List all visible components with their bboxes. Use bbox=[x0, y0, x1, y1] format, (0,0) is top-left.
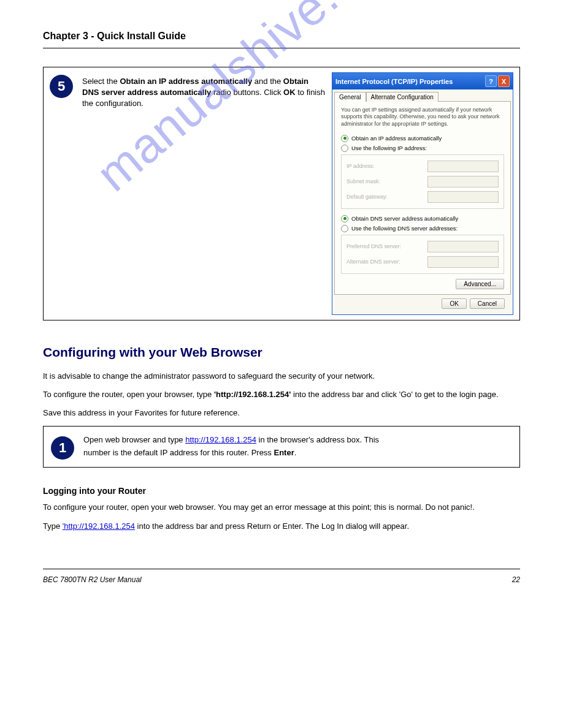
ip-input bbox=[427, 161, 499, 172]
radio-icon bbox=[341, 135, 348, 142]
alt-dns-input bbox=[427, 256, 499, 268]
login-url-link[interactable]: 'http://192.168.1.254 bbox=[63, 521, 135, 531]
radio-use-dns[interactable]: Use the following DNS server addresses: bbox=[341, 224, 504, 233]
field-ip: IP address: bbox=[347, 159, 499, 174]
field-gateway: Default gateway: bbox=[347, 189, 499, 205]
login-heading: Logging into your Router bbox=[43, 486, 520, 496]
dialog-tabs: General Alternate Configuration bbox=[334, 91, 511, 101]
step-1-badge: 1 bbox=[51, 436, 74, 460]
t: number is the default IP address for thi… bbox=[83, 448, 274, 457]
radio-obtain-dns[interactable]: Obtain DNS server address automatically bbox=[341, 214, 504, 224]
field-alt-dns: Alternate DNS server: bbox=[347, 254, 499, 270]
dialog-body: General Alternate Configuration You can … bbox=[332, 89, 513, 314]
t: Open web browser and type bbox=[83, 435, 185, 444]
radio-label: Use the following IP address: bbox=[351, 145, 427, 151]
t: into the address bar and press Return or… bbox=[135, 521, 409, 531]
dialog-screenshot: Internet Protocol (TCP/IP) Properties ? … bbox=[332, 72, 513, 315]
t: into the address bar and click 'Go' to g… bbox=[291, 390, 498, 399]
page-footer: BEC 7800TN R2 User Manual 22 bbox=[43, 575, 520, 584]
ip-fields: IP address: Subnet mask: Default gateway… bbox=[341, 154, 504, 209]
field-pref-dns: Preferred DNS server: bbox=[347, 239, 499, 254]
t: Type bbox=[43, 521, 63, 531]
step-1-text: Open web browser and type http://192.168… bbox=[83, 434, 379, 460]
field-label: Preferred DNS server: bbox=[347, 243, 401, 249]
radio-label: Use the following DNS server addresses: bbox=[351, 225, 458, 232]
dialog-desc: You can get IP settings assigned automat… bbox=[341, 107, 504, 127]
dialog-titlebar: Internet Protocol (TCP/IP) Properties ? … bbox=[332, 73, 513, 89]
radio-use-ip[interactable]: Use the following IP address: bbox=[341, 143, 504, 153]
t: Select the bbox=[82, 77, 120, 86]
t: . bbox=[294, 448, 297, 457]
mask-input bbox=[427, 176, 499, 188]
field-label: Default gateway: bbox=[347, 194, 388, 200]
step-5-box: 5 Select the Obtain an IP address automa… bbox=[43, 67, 520, 320]
cfg-url: 'http://192.168.1.254' bbox=[214, 390, 291, 399]
radio-obtain-ip[interactable]: Obtain an IP address automatically bbox=[341, 134, 504, 143]
help-icon[interactable]: ? bbox=[485, 75, 497, 87]
radio-icon bbox=[341, 225, 348, 232]
tab-general[interactable]: General bbox=[334, 92, 366, 102]
cancel-button[interactable]: Cancel bbox=[470, 298, 505, 309]
login-p2: Type 'http://192.168.1.254 into the addr… bbox=[43, 521, 520, 532]
step-5-badge: 5 bbox=[50, 75, 73, 98]
header-rule bbox=[43, 48, 520, 48]
radio-icon bbox=[341, 145, 348, 152]
t: radio buttons. Click bbox=[211, 88, 283, 97]
b: Enter bbox=[274, 448, 294, 457]
advanced-row: Advanced... bbox=[341, 275, 504, 289]
ok-button[interactable]: OK bbox=[442, 298, 466, 309]
page-header: Chapter 3 - Quick Install Guide bbox=[43, 31, 520, 42]
footer-right: 22 bbox=[512, 575, 520, 584]
router-url-link[interactable]: http://192.168.1.254 bbox=[185, 435, 256, 444]
footer-left: BEC 7800TN R2 User Manual bbox=[43, 575, 142, 584]
dialog-buttons: OK Cancel bbox=[334, 295, 511, 313]
field-label: Alternate DNS server: bbox=[347, 259, 400, 265]
radio-icon bbox=[341, 215, 348, 222]
cfg-p2: To configure the router, open your brows… bbox=[43, 389, 520, 400]
gateway-input bbox=[427, 191, 499, 203]
tab-alternate[interactable]: Alternate Configuration bbox=[366, 92, 439, 102]
footer-rule bbox=[43, 569, 520, 569]
cfg-p1: It is advisable to change the administra… bbox=[43, 371, 520, 382]
b: Obtain an IP address automatically bbox=[120, 77, 252, 86]
dns-fields: Preferred DNS server: Alternate DNS serv… bbox=[341, 235, 504, 274]
t: To configure the router, open your brows… bbox=[43, 390, 214, 399]
field-mask: Subnet mask: bbox=[347, 174, 499, 189]
cfg-p3: Save this address in your Favorites for … bbox=[43, 408, 520, 419]
close-icon[interactable]: X bbox=[498, 75, 510, 87]
field-label: IP address: bbox=[347, 163, 374, 169]
advanced-button[interactable]: Advanced... bbox=[456, 279, 504, 289]
step-5-left: 5 Select the Obtain an IP address automa… bbox=[50, 72, 332, 110]
step-1-box: 1 Open web browser and type http://192.1… bbox=[43, 426, 520, 468]
section-title: Configuring with your Web Browser bbox=[43, 345, 520, 360]
dialog-title: Internet Protocol (TCP/IP) Properties bbox=[335, 78, 453, 85]
radio-label: Obtain an IP address automatically bbox=[351, 135, 442, 142]
t: and the bbox=[252, 77, 283, 86]
tab-panel: You can get IP settings assigned automat… bbox=[334, 101, 511, 295]
tcpip-dialog: Internet Protocol (TCP/IP) Properties ? … bbox=[332, 72, 513, 315]
radio-label: Obtain DNS server address automatically bbox=[351, 215, 458, 222]
field-label: Subnet mask: bbox=[347, 178, 380, 184]
login-p1: To configure your router, open your web … bbox=[43, 502, 520, 513]
b: OK bbox=[283, 88, 296, 97]
t: in the browser's address box. This bbox=[256, 435, 379, 444]
pref-dns-input bbox=[427, 241, 499, 252]
step-5-text: Select the Obtain an IP address automati… bbox=[82, 72, 326, 110]
